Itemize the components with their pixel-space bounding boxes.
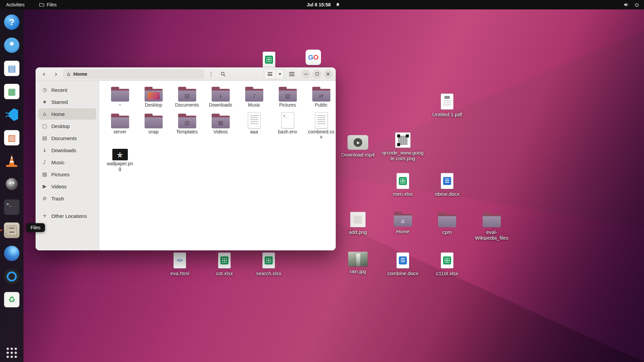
dock-item-writer[interactable] xyxy=(4,60,20,76)
desktop-icon-label: combine.docx xyxy=(387,270,419,276)
desktop-icon-home-folder[interactable]: ⌂ Home xyxy=(381,209,425,234)
dock-item-vscode[interactable] xyxy=(4,107,20,123)
sidebar-item-icon: ▧ xyxy=(42,171,48,177)
desktop-icon-combine-docx[interactable]: combine.docx xyxy=(381,251,425,276)
dock-item-browser[interactable] xyxy=(4,37,20,53)
desktop-icon-partial-go[interactable] xyxy=(291,48,335,67)
file-item[interactable]: ↓ Downloads xyxy=(205,83,237,109)
back-icon: ‹ xyxy=(43,70,46,78)
location-label: Home xyxy=(73,71,88,77)
forward-button[interactable]: › xyxy=(51,69,61,79)
desktop-icon-eva-html[interactable]: eva.html xyxy=(158,251,202,276)
file-name: Pictures xyxy=(279,103,296,108)
main-menu-button[interactable] xyxy=(287,69,297,79)
file-item[interactable]: ▥ Templates xyxy=(171,110,203,136)
desktop-icon-add-png[interactable]: add.png xyxy=(336,210,380,235)
window-headerbar: ‹ › ⌂ Home ⋮ ▾ − × xyxy=(36,67,336,81)
file-type-icon: ↓ xyxy=(212,89,230,102)
dock-item-gimp[interactable] xyxy=(4,176,20,192)
dock-item-impress[interactable] xyxy=(4,130,20,146)
app-menu[interactable]: Files xyxy=(39,2,57,7)
file-icon-box: ⇄ xyxy=(312,84,330,102)
file-name: Videos xyxy=(213,129,228,134)
sidebar-item-documents[interactable]: ▤ Documents xyxy=(38,132,96,144)
sidebar-item-pictures[interactable]: ▧ Pictures xyxy=(38,169,96,180)
desktop-icon-untitled-pdf[interactable]: Untitled 1.pdf xyxy=(425,92,469,117)
dock-item-globe-browser[interactable] xyxy=(4,245,20,261)
sidebar-item-desktop[interactable]: ▢ Desktop xyxy=(38,120,96,132)
sidebar-item-home[interactable]: ⌂ Home xyxy=(38,108,96,120)
view-menu-button[interactable]: ▾ xyxy=(276,69,284,79)
file-item[interactable]: snap xyxy=(138,110,170,136)
file-item[interactable]: ▤ Documents xyxy=(171,83,203,109)
dock-item-files[interactable] xyxy=(4,222,20,238)
file-item[interactable]: Desktop xyxy=(138,83,170,109)
back-button[interactable]: ‹ xyxy=(39,69,49,79)
clock-menu[interactable]: Jul 8 15:58 xyxy=(307,2,340,7)
sidebar-item-icon: ▤ xyxy=(42,135,48,141)
sidebar-item-label: Desktop xyxy=(51,123,70,129)
file-item[interactable]: aaa xyxy=(238,110,270,136)
file-item[interactable]: ♪ Music xyxy=(238,83,270,109)
file-type-icon: ▥ xyxy=(178,116,196,128)
sidebar-item-starred[interactable]: ★ Starred xyxy=(38,96,96,108)
desktop-icon-c11ot-xlsx[interactable]: c11ot.xlsx xyxy=(425,251,469,276)
sidebar-item-videos[interactable]: ▶ Videos xyxy=(38,181,96,192)
file-icon-box: ▤ xyxy=(178,84,196,102)
file-type-icon xyxy=(173,252,186,268)
sidebar-item-label: Starred xyxy=(51,99,68,105)
file-icon-box: ▥ xyxy=(178,111,196,128)
file-icon-box: ♪ xyxy=(245,84,263,102)
file-item[interactable]: server xyxy=(104,110,136,136)
desktop-icon-download-mp4[interactable]: Download.mp4 xyxy=(336,132,380,158)
view-options-button[interactable]: ⋮ xyxy=(206,69,216,79)
dock-item-trash[interactable] xyxy=(4,292,20,308)
desktop-icon-search-xlsx[interactable]: search.xlsx xyxy=(247,251,290,276)
show-apps-button[interactable] xyxy=(7,348,17,358)
close-button[interactable]: × xyxy=(324,70,332,78)
file-item[interactable]: ▦ Videos xyxy=(205,110,237,136)
file-item[interactable]: ▧ Pictures xyxy=(272,83,304,109)
desktop-icon-box xyxy=(350,210,366,227)
desktop-icon-partial-sheet[interactable] xyxy=(247,50,291,70)
desktop-icon-men-xlsx[interactable]: men.xlsx xyxy=(381,172,425,197)
search-button[interactable] xyxy=(218,69,228,79)
desktop-icon-obear-docx[interactable]: obear.docx xyxy=(425,172,469,197)
file-item[interactable]: ~ xyxy=(104,83,136,109)
location-bar[interactable]: ⌂ Home xyxy=(63,69,204,79)
dock-item-vlc[interactable] xyxy=(4,153,20,169)
sidebar-item-label: Other Locations xyxy=(51,213,87,219)
desktop-icon-label: Untitled 1.pdf xyxy=(432,112,462,117)
desktop-icon-cot-xlsx[interactable]: cot.xlsx xyxy=(203,251,246,276)
file-item[interactable]: wallpaper.png xyxy=(104,141,136,173)
sidebar-item-trash[interactable]: ⊘ Trash xyxy=(38,193,96,204)
desktop-icon-cpm-folder[interactable]: cpm xyxy=(425,210,469,235)
dock-item-terminal[interactable] xyxy=(4,199,20,215)
file-icon-box xyxy=(145,84,163,102)
desktop-icon-eval-folder[interactable]: eval-Wikipedia_files xyxy=(470,210,514,241)
file-item[interactable]: ⇄ Public xyxy=(305,83,336,109)
list-view-button[interactable] xyxy=(264,69,276,79)
desktop-icon-box xyxy=(306,48,321,65)
dock-item-ring-app[interactable] xyxy=(4,268,20,285)
minimize-button[interactable]: − xyxy=(302,70,310,78)
file-icon-box: ▧ xyxy=(279,84,297,102)
file-item[interactable]: bash.env xyxy=(272,110,304,136)
sidebar-item-icon: ♪ xyxy=(42,159,48,165)
desktop-icon-qrcode-png[interactable]: qrcode_www.google.com.png xyxy=(381,130,425,161)
sidebar-item-other-locations[interactable]: + Other Locations xyxy=(38,210,96,222)
maximize-button[interactable] xyxy=(313,70,321,78)
file-type-icon xyxy=(111,116,129,128)
sidebar-item-recent[interactable]: ◷ Recent xyxy=(38,84,96,96)
desktop-icon-rain-jpg[interactable]: rain.jpg xyxy=(336,249,380,274)
emblem-icon xyxy=(443,177,451,185)
dock-item-calc[interactable] xyxy=(4,83,20,100)
sidebar-item-music[interactable]: ♪ Music xyxy=(38,157,96,168)
activities-button[interactable]: Activities xyxy=(0,0,31,9)
dock-items xyxy=(4,14,20,308)
file-item[interactable]: combined.csv xyxy=(305,110,336,141)
sidebar-item-downloads[interactable]: ↓ Downloads xyxy=(38,144,96,156)
dock-item-help[interactable] xyxy=(4,14,20,30)
system-status-area[interactable] xyxy=(624,2,644,7)
file-type-icon: ▧ xyxy=(279,89,297,102)
